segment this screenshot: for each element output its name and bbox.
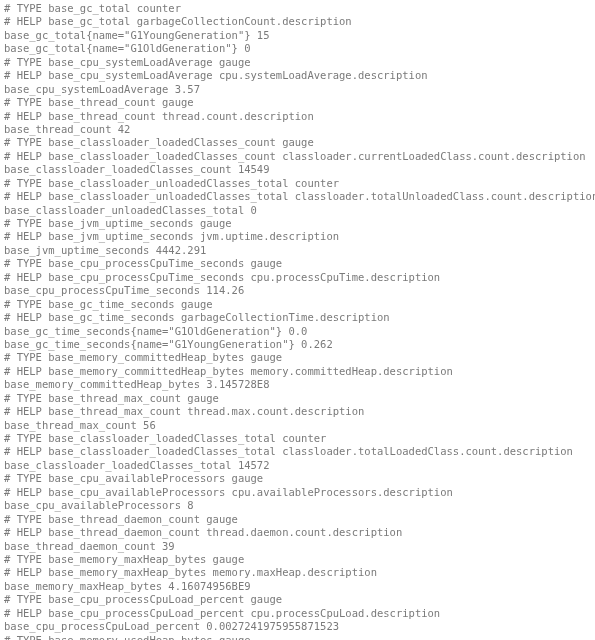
metrics-output: # TYPE base_gc_total counter # HELP base… [4, 2, 591, 640]
